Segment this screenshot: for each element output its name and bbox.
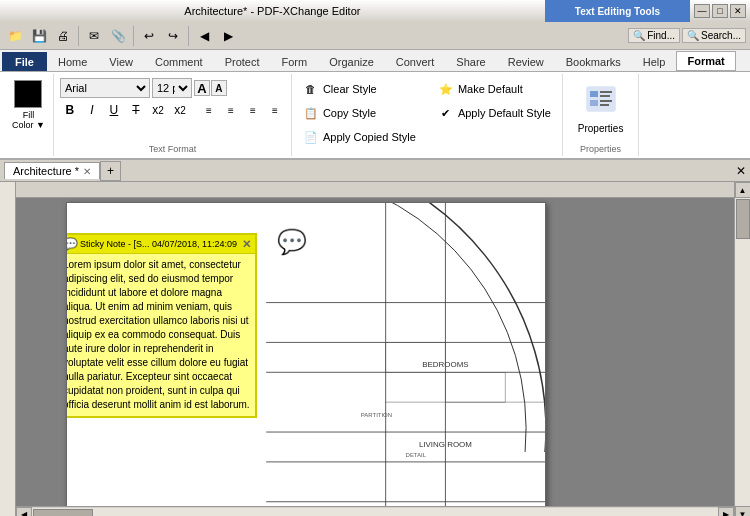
fill-color-label: FillColor ▼ [12,110,45,130]
clear-style-icon: 🗑 [303,81,319,97]
properties-icon [585,83,617,121]
sticky-note-title: Sticky Note - [S... 04/07/2018, 11:24:09 [80,239,237,249]
toolbar-back[interactable]: ◀ [193,25,215,47]
tab-bookmarks[interactable]: Bookmarks [555,52,632,71]
apply-default-style-button[interactable]: ✔ Apply Default Style [433,102,556,124]
font-size-select[interactable]: 12 pt [152,78,192,98]
scroll-left-button[interactable]: ◀ [16,507,32,517]
fill-color-group: FillColor ▼ [4,74,54,156]
copy-style-button[interactable]: 📋 Copy Style [298,102,421,124]
toolbar-undo[interactable]: ↩ [138,25,160,47]
scroll-right-button[interactable]: ▶ [718,507,734,517]
tab-help[interactable]: Help [632,52,677,71]
subscript-button[interactable]: x2 [148,100,168,120]
toolbar-separator-3 [188,26,189,46]
pdf-page: BEDROOMS LIVING ROOM BASEMENT PARTITION … [66,202,546,516]
align-right-button[interactable]: ≡ [243,100,263,120]
font-area: Arial 12 pt A A B I U T x2 x2 [60,78,285,120]
properties-button[interactable]: Properties [569,78,633,139]
toolbar-open[interactable]: 📁 [4,25,26,47]
font-group-label: Text Format [149,142,197,154]
find-icon: 🔍 [633,30,645,41]
tab-comment[interactable]: Comment [144,52,214,71]
toolbar-redo[interactable]: ↪ [162,25,184,47]
sticky-note-close[interactable]: ✕ [242,238,251,251]
tab-protect[interactable]: Protect [214,52,271,71]
ruler-left [0,182,16,516]
bold-button[interactable]: B [60,100,80,120]
sticky-note[interactable]: 💬 Sticky Note - [S... 04/07/2018, 11:24:… [66,233,257,418]
scroll-down-button[interactable]: ▼ [735,506,751,516]
tab-file[interactable]: File [2,52,47,71]
canvas-area[interactable]: BEDROOMS LIVING ROOM BASEMENT PARTITION … [16,182,750,516]
scroll-thumb[interactable] [736,199,750,239]
hscroll-track[interactable] [32,508,718,517]
doc-tab-architecture[interactable]: Architecture * ✕ [4,162,100,179]
toolbar-forward[interactable]: ▶ [217,25,239,47]
svg-rect-3 [600,91,612,93]
sticky-note-anchor-icon[interactable]: 💬 [277,228,307,256]
search-bar[interactable]: 🔍 Search... [682,28,746,43]
toolbar-attach[interactable]: 📎 [107,25,129,47]
maximize-button[interactable]: □ [712,4,728,18]
tab-view[interactable]: View [98,52,144,71]
toolbar-save[interactable]: 💾 [28,25,50,47]
doc-tabbar-close[interactable]: ✕ [736,164,746,178]
tab-format[interactable]: Format [676,51,735,72]
scrollbar-vertical: ▲ ▼ [734,182,750,516]
close-button[interactable]: ✕ [730,4,746,18]
doc-tab-label: Architecture * [13,165,79,177]
app-title: Architecture* - PDF-XChange Editor [0,0,545,22]
window-controls: — □ ✕ [690,0,750,22]
tab-review[interactable]: Review [497,52,555,71]
underline-button[interactable]: U [104,100,124,120]
minimize-button[interactable]: — [694,4,710,18]
tab-home[interactable]: Home [47,52,98,71]
tab-form[interactable]: Form [271,52,319,71]
toolbar-print[interactable]: 🖨 [52,25,74,47]
toolbar: 📁 💾 🖨 ✉ 📎 ↩ ↪ ◀ ▶ 🔍 Find... 🔍 Search... [0,22,750,50]
style-group: 🗑 Clear Style 📋 Copy Style 📄 Apply Copie… [292,74,563,156]
make-default-button[interactable]: ⭐ Make Default [433,78,556,100]
scroll-up-button[interactable]: ▲ [735,182,751,198]
align-center-button[interactable]: ≡ [221,100,241,120]
svg-rect-0 [587,87,615,111]
svg-text:LIVING ROOM: LIVING ROOM [419,440,472,449]
doc-tab-add[interactable]: + [100,161,121,181]
properties-group-label: Properties [580,142,621,154]
scroll-track[interactable] [735,198,750,506]
search-icon: 🔍 [687,30,699,41]
font-group: Arial 12 pt A A B I U T x2 x2 [54,74,292,156]
superscript-button[interactable]: x2 [170,100,190,120]
copy-style-icon: 📋 [303,105,319,121]
align-justify-button[interactable]: ≡ [265,100,285,120]
fill-color-button[interactable]: FillColor ▼ [10,78,47,132]
apply-copied-style-button[interactable]: 📄 Apply Copied Style [298,126,421,148]
search-label: Search... [701,30,741,41]
font-shrink-button[interactable]: A [211,80,227,96]
ribbon: FillColor ▼ Arial 12 pt A A [0,72,750,160]
sticky-note-icon-small: 💬 [66,237,78,251]
toolbar-email[interactable]: ✉ [83,25,105,47]
tab-organize[interactable]: Organize [318,52,385,71]
font-name-select[interactable]: Arial [60,78,150,98]
svg-rect-2 [590,100,598,106]
scrollbar-horizontal: ◀ ▶ [16,506,734,516]
hscroll-thumb[interactable] [33,509,93,517]
properties-label: Properties [578,123,624,134]
clear-style-button[interactable]: 🗑 Clear Style [298,78,421,100]
tab-share[interactable]: Share [445,52,496,71]
svg-rect-4 [600,95,610,97]
ruler-top [16,182,734,198]
find-bar[interactable]: 🔍 Find... [628,28,680,43]
toolbar-separator-2 [133,26,134,46]
svg-text:PARTITION: PARTITION [361,412,392,418]
italic-button[interactable]: I [82,100,102,120]
align-left-button[interactable]: ≡ [199,100,219,120]
strikethrough-button[interactable]: T [126,100,146,120]
doc-tab-close[interactable]: ✕ [83,166,91,177]
svg-rect-1 [590,91,598,97]
main-area: BEDROOMS LIVING ROOM BASEMENT PARTITION … [0,182,750,516]
font-grow-button[interactable]: A [194,80,210,96]
tab-convert[interactable]: Convert [385,52,446,71]
